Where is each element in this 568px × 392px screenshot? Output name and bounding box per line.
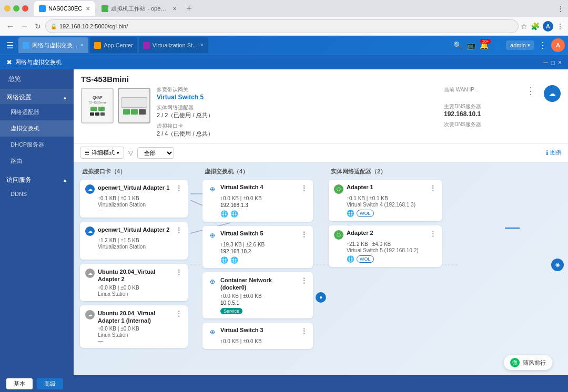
app-tab-virt-close[interactable]: ✕ (200, 43, 204, 48)
win-maximize[interactable] (13, 5, 19, 12)
pa1-stats: ↑0.1 KB | ±0.1 KB (347, 195, 437, 201)
wechat-icon: 微 (510, 358, 520, 367)
nav-forward[interactable]: → (18, 20, 31, 32)
browser-tab-1[interactable]: NAS0C30EC ✕ (34, 1, 95, 16)
vs4-menu[interactable]: ⋮ (300, 184, 308, 192)
pa1-icon: ⬡ (334, 184, 343, 194)
tab1-close[interactable]: ✕ (86, 6, 90, 12)
pa1-menu[interactable]: ⋮ (429, 184, 437, 192)
sidebar-item-routing[interactable]: 路由 (0, 153, 74, 169)
device-stats: 多宽带认网关 Virtual Switch 5 实体网络适配器 2 / 2（已使… (157, 75, 438, 138)
virtual-adapters-header: 虚拟接口卡（4） (80, 168, 188, 176)
user-icon[interactable]: 👤 (493, 41, 502, 49)
tab2-label: 虚拟机工作站 - openwrt (111, 5, 169, 13)
pa1-wol-badge: WOL (357, 210, 374, 217)
secondary-dns-label: 次要DNS服务器 (444, 121, 518, 128)
extension-icon[interactable]: 🧩 (531, 22, 540, 30)
browser-tab-2[interactable]: 虚拟机工作站 - openwrt ✕ (96, 1, 182, 16)
avatar[interactable]: A (551, 38, 565, 52)
legend-icon: ℹ (546, 149, 549, 157)
toolbar-right: 🔍 📺 🔔 10+ 👤 admin ▾ ⋮ A (453, 38, 565, 52)
pa2-sub: Virtual Switch 5 (192.168.10.2) (347, 247, 437, 253)
more-options-icon[interactable]: ⋮ (524, 75, 537, 97)
browser-controls (4, 5, 28, 12)
vs5-title: Virtual Switch 5 (220, 230, 297, 236)
page-maximize[interactable]: □ (551, 59, 555, 66)
win-minimize[interactable] (4, 5, 11, 12)
app-tab-appcenter-label: App Center (104, 42, 133, 48)
primary-dns-label: 主要DNS服务器 (444, 103, 518, 110)
sidebar-section-access[interactable]: 访问服务 ▲ (0, 171, 74, 187)
va1-icon: ☁ (85, 184, 95, 194)
browser-menu-icon[interactable]: ⋮ (556, 22, 564, 30)
browser-titlebar: NAS0C30EC ✕ 虚拟机工作站 - openwrt ✕ + ⋮ (0, 0, 568, 17)
pa2-menu[interactable]: ⋮ (429, 230, 437, 238)
va3-menu[interactable]: ⋮ (175, 268, 182, 276)
sidebar-section-network[interactable]: 网络设置 ▲ (0, 89, 74, 104)
new-tab-button[interactable]: + (183, 3, 195, 14)
sidebar-item-ddns[interactable]: DDNS (0, 187, 74, 201)
nav-back[interactable]: ← (4, 20, 16, 32)
search-icon[interactable]: 🔍 (453, 41, 462, 49)
nav-refresh[interactable]: ↻ (33, 21, 43, 32)
vs5-menu[interactable]: ⋮ (300, 230, 308, 239)
page-close[interactable]: × (558, 59, 562, 66)
admin-chevron: ▾ (528, 43, 530, 48)
pa1-card: ⬡ Adapter 1 ⋮ ↑0.1 KB | ±0.1 KB Virtual … (329, 180, 442, 221)
conn-area-1 (188, 168, 202, 370)
va-card-2: ☁ openwrt_Virtual Adapter 2 ⋮ ↑1.2 KB | … (80, 222, 188, 260)
legend-button[interactable]: ℹ 图例 (546, 149, 562, 157)
detail-mode-button[interactable]: ☰ 详细模式 ▾ (80, 147, 124, 159)
vswitch-label: 虚拟交换机 (11, 125, 39, 131)
sidebar-item-overview[interactable]: 总览 (0, 69, 74, 89)
advanced-button[interactable]: 高级 (37, 378, 63, 389)
sidebar: 总览 网络设置 ▲ 网络适配器 虚拟交换机 DHCP服务器 路由 访问服务 ▲ … (0, 69, 74, 375)
cloud-button[interactable]: ☁ (544, 85, 561, 102)
cast-icon[interactable]: 📺 (466, 41, 475, 49)
more-menu-icon[interactable]: ⋮ (539, 40, 547, 50)
vs3-menu[interactable]: ⋮ (300, 327, 308, 335)
profile-icon[interactable]: A (543, 21, 553, 32)
va4-menu[interactable]: ⋮ (175, 310, 182, 318)
va2-menu[interactable]: ⋮ (175, 226, 182, 234)
physical-adapters-label: 实体网络适配器 (157, 104, 438, 111)
wan-ip-label: 当前 WAN IP： (444, 86, 518, 94)
notification-icon[interactable]: 🔔 10+ (480, 41, 489, 49)
breadcrumb: 网络与虚拟交换机 (15, 58, 62, 66)
bookmark-icon[interactable]: ☆ (521, 22, 528, 30)
address-bar[interactable] (45, 19, 519, 33)
app-tab-appcenter[interactable]: App Center (90, 37, 137, 53)
app-tab-network-close[interactable]: ✕ (80, 43, 84, 48)
va1-menu[interactable]: ⋮ (175, 184, 182, 192)
win-close[interactable] (22, 5, 28, 12)
hamburger-icon[interactable]: ☰ (3, 38, 17, 53)
app-tab-network[interactable]: 网络与虚拟交换... ✕ (18, 37, 88, 53)
network-collapse-icon: ▲ (63, 95, 67, 100)
sidebar-item-adapter[interactable]: 网络适配器 (0, 104, 74, 120)
page-minimize[interactable]: ─ (543, 59, 548, 66)
app-tab-network-label: 网络与虚拟交换... (32, 42, 77, 49)
filter-select[interactable]: 全部 (137, 147, 174, 159)
basic-button[interactable]: 基本 (6, 378, 33, 389)
device-image-2 (118, 88, 150, 123)
pa1-globe: 🌐 (347, 210, 354, 217)
cn-menu[interactable]: ⋮ (300, 276, 308, 285)
browser-settings-icon[interactable]: ⋮ (557, 5, 564, 13)
wechat-watermark: 微 随风前行 (504, 355, 552, 370)
app-tab-virt[interactable]: Virtualization St... ✕ (139, 37, 208, 53)
vs5-card: ⊕ Virtual Switch 5 ⋮ ↑19.3 KB | ±2.6 KB … (202, 226, 313, 268)
tab2-close[interactable]: ✕ (173, 6, 177, 12)
access-section-label: 访问服务 (6, 176, 32, 184)
default-gateway-label: 多宽带认网关 (157, 86, 438, 94)
vs5-globe1: 🌐 (220, 256, 228, 264)
col-virtual-adapters: 虚拟接口卡（4） ☁ openwrt_Virtual Adapter 1 ⋮ ↑… (80, 168, 188, 370)
sidebar-item-dhcp[interactable]: DHCP服务器 (0, 137, 74, 153)
sidebar-item-vswitch[interactable]: 虚拟交换机 (0, 120, 74, 137)
external-connector: ◉ (551, 259, 564, 271)
routing-label: 路由 (11, 158, 22, 164)
filter-icon: ▽ (128, 149, 133, 157)
admin-button[interactable]: admin ▾ (506, 40, 534, 50)
va4-sub: Linux Station (98, 332, 182, 338)
va3-sub: Linux Station (98, 291, 182, 297)
pa2-globe: 🌐 (347, 255, 354, 263)
